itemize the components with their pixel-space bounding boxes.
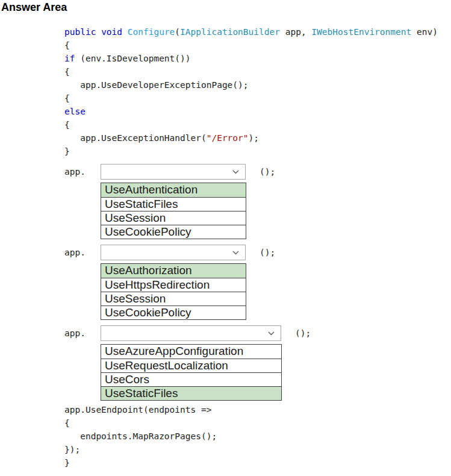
code-prefix-app: app. xyxy=(64,328,101,338)
code-token: endpoints.MapRazorPages(); xyxy=(64,431,217,441)
code-token: public xyxy=(64,27,96,37)
statement-dropdown-group: app.();UseAzureAppConfigurationUseReques… xyxy=(64,325,451,401)
dropdown-option[interactable]: UseHttpsRedirection xyxy=(101,278,246,292)
code-token: void xyxy=(101,27,122,37)
chevron-down-icon xyxy=(268,331,275,336)
page-title: Answer Area xyxy=(1,1,451,13)
code-token: env) xyxy=(411,27,438,37)
code-token: { xyxy=(64,120,70,130)
code-token: IApplicationBuilder xyxy=(180,27,280,37)
code-line: { xyxy=(64,118,451,131)
code-line: } xyxy=(64,145,451,158)
code-token: if xyxy=(64,54,75,63)
code-token: app.UseExceptionHandler( xyxy=(64,133,207,143)
code-token: } xyxy=(64,146,70,156)
dropdown-option[interactable]: UseRequestLocalization xyxy=(101,359,281,372)
code-token: Configure xyxy=(128,27,175,37)
code-token: ( xyxy=(175,27,180,37)
code-line: app.UseEndpoint(endpoints => xyxy=(64,403,451,416)
code-token: ); xyxy=(249,133,259,143)
code-line: public void Configure(IApplicationBuilde… xyxy=(64,25,451,39)
code-area: public void Configure(IApplicationBuilde… xyxy=(64,25,451,469)
dropdown-options-list: UseAzureAppConfigurationUseRequestLocali… xyxy=(101,344,282,401)
code-token: app, xyxy=(280,27,311,37)
dropdown-option-selected[interactable]: UseAuthorization xyxy=(101,264,246,278)
code-token xyxy=(122,27,128,37)
chevron-down-icon xyxy=(232,251,239,255)
code-block-top: public void Configure(IApplicationBuilde… xyxy=(64,25,451,158)
code-token: app.UseDeveloperExceptionPage(); xyxy=(64,80,249,90)
code-token: { xyxy=(64,67,70,77)
statement-row: app.(); xyxy=(64,245,451,260)
code-line: { xyxy=(64,65,451,78)
answer-area-page: Answer Area public void Configure(IAppli… xyxy=(0,1,451,469)
code-suffix-parens: (); xyxy=(260,167,275,177)
middleware-dropdown[interactable] xyxy=(101,245,246,260)
middleware-dropdown[interactable] xyxy=(101,164,246,180)
statement-row: app.(); xyxy=(64,164,451,180)
dropdown-option-selected[interactable]: UseAuthentication xyxy=(101,183,246,197)
code-token: } xyxy=(64,458,70,468)
code-token: { xyxy=(64,418,70,428)
dropdown-option[interactable]: UseSession xyxy=(101,292,246,305)
dropdown-option[interactable]: UseSession xyxy=(101,211,246,225)
code-line: { xyxy=(64,92,451,105)
dropdown-option[interactable]: UseAzureAppConfiguration xyxy=(101,345,281,359)
code-line: app.UseExceptionHandler("/Error"); xyxy=(64,131,451,145)
dropdown-option[interactable]: UseCookiePolicy xyxy=(101,305,246,319)
code-line: else xyxy=(64,105,451,118)
code-token: IWebHostEnvironment xyxy=(311,27,411,37)
code-line: } xyxy=(64,456,451,469)
code-line: if (env.IsDevelopment()) xyxy=(64,52,451,65)
dropdown-option[interactable]: UseCors xyxy=(101,372,281,386)
dropdown-options-list: UseAuthorizationUseHttpsRedirectionUseSe… xyxy=(101,263,246,320)
statement-dropdown-group: app.();UseAuthorizationUseHttpsRedirecti… xyxy=(64,245,451,320)
middleware-dropdown[interactable] xyxy=(101,325,281,341)
code-token: app.UseEndpoint(endpoints => xyxy=(64,405,211,415)
dropdown-option-selected[interactable]: UseStaticFiles xyxy=(101,386,281,400)
code-suffix-parens: (); xyxy=(260,248,275,257)
code-line: app.UseDeveloperExceptionPage(); xyxy=(64,78,451,92)
code-token: else xyxy=(64,107,86,116)
code-prefix-app: app. xyxy=(64,167,101,177)
code-token: (env.IsDevelopment()) xyxy=(75,54,190,63)
code-token: { xyxy=(64,93,70,103)
statement-dropdown-group: app.();UseAuthenticationUseStaticFilesUs… xyxy=(64,164,451,239)
code-line: { xyxy=(64,39,451,52)
dropdown-options-list: UseAuthenticationUseStaticFilesUseSessio… xyxy=(101,183,246,239)
code-block-bottom: app.UseEndpoint(endpoints =>{ endpoints.… xyxy=(64,403,451,469)
code-prefix-app: app. xyxy=(64,248,101,257)
chevron-down-icon xyxy=(232,170,239,174)
dropdown-option[interactable]: UseCookiePolicy xyxy=(101,225,246,239)
code-suffix-parens: (); xyxy=(295,328,311,338)
code-token xyxy=(96,27,101,37)
code-token: { xyxy=(64,40,70,50)
code-token: "/Error" xyxy=(207,133,249,143)
code-line: endpoints.MapRazorPages(); xyxy=(64,430,451,443)
code-line: }); xyxy=(64,443,451,456)
code-line: { xyxy=(64,416,451,430)
statement-row: app.(); xyxy=(64,325,451,341)
code-token: }); xyxy=(64,445,80,454)
dropdown-option[interactable]: UseStaticFiles xyxy=(101,197,246,211)
